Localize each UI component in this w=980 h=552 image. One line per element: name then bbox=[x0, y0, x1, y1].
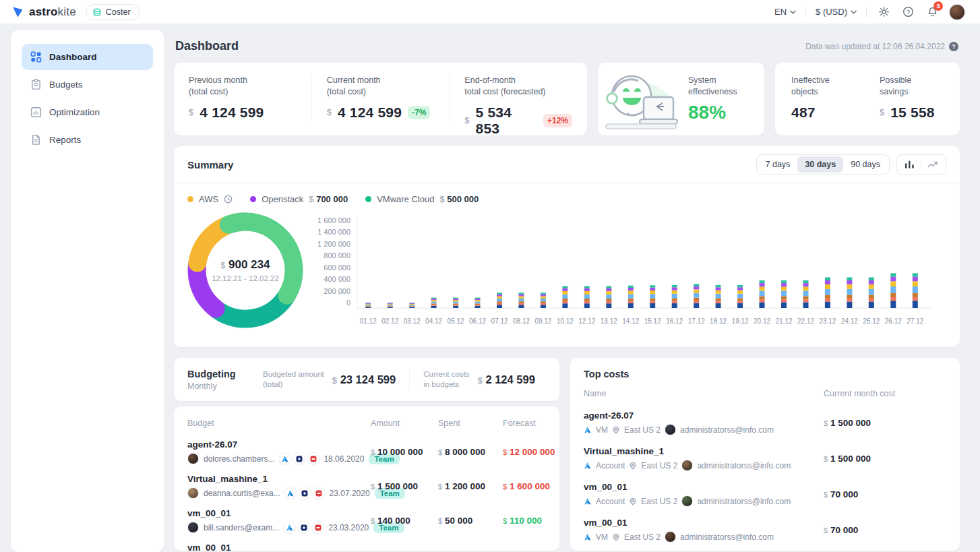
top-cost-row[interactable]: vm_00_01AccountEast US 2administratorss@… bbox=[584, 477, 946, 512]
budget-date: 18.06.2020 bbox=[324, 454, 364, 464]
budget-forecast: $ 130 000 bbox=[503, 550, 546, 551]
svg-text:22.12: 22.12 bbox=[797, 317, 814, 325]
legend-item-vmware-cloud[interactable]: VMware Cloud$ 500 000 bbox=[365, 194, 479, 204]
svg-text:20.12: 20.12 bbox=[754, 317, 770, 325]
budget-amount: $ 70 000 bbox=[371, 550, 438, 551]
azure-icon bbox=[281, 455, 289, 463]
user-avatar[interactable] bbox=[949, 4, 965, 20]
sidebar-item-reports[interactable]: Reports bbox=[22, 127, 153, 153]
budget-table-row[interactable]: vm_00_01bill.sanders@exam...23.03.2020Te… bbox=[187, 503, 546, 538]
svg-text:600 000: 600 000 bbox=[324, 264, 350, 272]
budget-table-row[interactable]: vm_00_01felicia.reid@exampl...14.07.2020… bbox=[187, 538, 546, 551]
cloud-provider-icons bbox=[285, 487, 325, 499]
range-button-90-days[interactable]: 90 days bbox=[843, 156, 888, 173]
cloud-provider-icons bbox=[279, 453, 319, 464]
currency-symbol: $ bbox=[221, 261, 226, 270]
stat-label-line1: End-of-month bbox=[464, 75, 572, 86]
date-range-selector: 7 days30 days90 days bbox=[756, 154, 890, 175]
chevron-down-icon bbox=[851, 10, 857, 14]
red-provider-icon bbox=[312, 522, 324, 533]
range-button-7-days[interactable]: 7 days bbox=[758, 156, 798, 173]
resource-owner-email: administratorss@info.com bbox=[680, 425, 774, 435]
resource-name: Virtual_mashine_1 bbox=[584, 446, 824, 456]
currency-selector[interactable]: $ (USD) bbox=[816, 7, 857, 17]
budget-amount: $ 10 000 000 bbox=[371, 447, 438, 457]
avatar bbox=[665, 531, 676, 543]
avatar bbox=[187, 522, 199, 533]
azure-provider-icon bbox=[285, 487, 297, 499]
currency-symbol: $ bbox=[478, 375, 483, 386]
top-cost-row[interactable]: Virtual_mashine_1AccountEast US 2adminis… bbox=[584, 441, 946, 477]
svg-text:10.12: 10.12 bbox=[557, 317, 574, 325]
svg-text:19.12: 19.12 bbox=[732, 317, 749, 325]
top-cost-row[interactable]: Virtual_mashine_1VMEast US 2administrato… bbox=[584, 548, 946, 551]
legend-item-openstack[interactable]: Openstack$ 700 000 bbox=[250, 194, 348, 204]
notifications-button[interactable]: 3 bbox=[925, 5, 940, 20]
bar-chart-icon bbox=[30, 106, 42, 118]
top-cost-row[interactable]: vm_00_01VMEast US 2administratorss@info.… bbox=[584, 512, 946, 548]
svg-text:400 000: 400 000 bbox=[324, 275, 350, 283]
budget-name: agent-26.07 bbox=[187, 439, 371, 450]
objects-label-2: objects bbox=[791, 86, 855, 98]
coster-app-badge[interactable]: Coster bbox=[86, 4, 140, 20]
sidebar: DashboardBudgetsOptimizationReports bbox=[11, 30, 164, 552]
top-cost-row[interactable]: agent-26.07VMEast US 2administratorss@in… bbox=[584, 405, 946, 441]
svg-text:09.12: 09.12 bbox=[534, 317, 551, 325]
question-icon: ? bbox=[902, 6, 914, 18]
top-costs-header: NameCurrent month cost bbox=[584, 379, 946, 405]
budget-spent: $ 8 000 000 bbox=[438, 447, 503, 457]
svg-text:13.12: 13.12 bbox=[601, 317, 617, 325]
stat-label-line1: Current month bbox=[327, 75, 435, 86]
azure-icon bbox=[286, 489, 295, 497]
legend-item-aws[interactable]: AWS bbox=[187, 194, 233, 204]
azure-icon bbox=[286, 524, 294, 532]
navy-provider-icon bbox=[299, 487, 311, 499]
avatar bbox=[681, 495, 693, 507]
azure-icon bbox=[584, 497, 592, 505]
divider bbox=[409, 368, 410, 391]
range-button-30-days[interactable]: 30 days bbox=[797, 156, 843, 173]
sidebar-item-budgets[interactable]: Budgets bbox=[22, 71, 153, 98]
resource-region: East US 2 bbox=[624, 532, 661, 542]
resource-owner-email: administratorss@info.com bbox=[697, 497, 791, 506]
stat-label-line2: (total cost) bbox=[327, 86, 435, 98]
language-selector[interactable]: EN bbox=[774, 7, 796, 17]
budget-name: vm_00_01 bbox=[187, 508, 371, 518]
navy-provider-icon bbox=[293, 453, 305, 464]
budget-table-row[interactable]: Virtual_mashine_1deanna.curtis@exa...23.… bbox=[187, 469, 546, 503]
sidebar-item-label: Dashboard bbox=[49, 52, 97, 62]
budget-spent: $ 50 000 bbox=[438, 516, 503, 526]
cost-stat-1: Current month(total cost)$4 124 599-7% bbox=[311, 75, 450, 123]
svg-text:800 000: 800 000 bbox=[324, 251, 350, 259]
sidebar-item-optimization[interactable]: Optimization bbox=[22, 99, 153, 125]
column-header: Amount bbox=[371, 419, 438, 428]
savings-value: 15 558 bbox=[890, 104, 934, 121]
sidebar-item-dashboard[interactable]: Dashboard bbox=[22, 44, 153, 70]
svg-text:06.12: 06.12 bbox=[469, 317, 486, 325]
settings-button[interactable] bbox=[876, 5, 891, 20]
resource-type: Account bbox=[596, 497, 625, 506]
resource-type: Account bbox=[596, 461, 625, 470]
chart-type-toggle bbox=[896, 154, 946, 175]
legend-label: VMware Cloud bbox=[377, 194, 434, 204]
kite-logo-icon bbox=[11, 5, 24, 19]
help-button[interactable]: ? bbox=[900, 5, 915, 20]
current-month-cost: $ 1 500 000 bbox=[824, 418, 946, 428]
stat-value: 4 124 599 bbox=[338, 104, 402, 121]
resource-name: agent-26.07 bbox=[584, 410, 824, 421]
budget-table-row[interactable]: agent-26.07dolores.chambers...18.06.2020… bbox=[187, 435, 546, 469]
resource-region: East US 2 bbox=[641, 461, 677, 470]
robot-mascot-illustration bbox=[601, 67, 687, 131]
bar-chart-toggle-button[interactable] bbox=[898, 157, 921, 172]
main-content: Dashboard Data was updated at 12:06 26.0… bbox=[174, 30, 960, 552]
summary-card: Summary 7 days30 days90 days AWSOpenstac… bbox=[174, 146, 960, 347]
app-logo[interactable]: astrokite bbox=[11, 5, 76, 19]
info-icon[interactable]: ? bbox=[949, 42, 958, 51]
svg-text:01.12: 01.12 bbox=[360, 317, 377, 325]
resource-name: vm_00_01 bbox=[584, 482, 824, 492]
budgeted-amount-metric: Budgeted amount (total) $ 23 124 599 bbox=[263, 369, 396, 390]
sidebar-item-label: Budgets bbox=[49, 80, 83, 90]
line-chart-toggle-button[interactable] bbox=[921, 157, 944, 172]
brand-bold: astro bbox=[29, 5, 58, 18]
top-costs-card: Top costsNameCurrent month costagent-26.… bbox=[570, 358, 960, 551]
